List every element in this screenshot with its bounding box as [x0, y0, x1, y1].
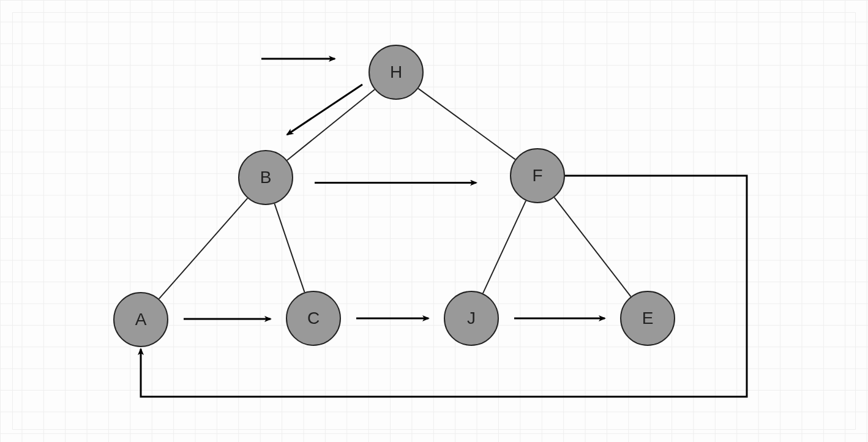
diagram-canvas: HBFACJE	[0, 0, 868, 442]
arrow-h-to-b	[287, 84, 362, 135]
back-edge-f-to-a	[141, 176, 747, 397]
arrows-layer	[0, 0, 868, 442]
